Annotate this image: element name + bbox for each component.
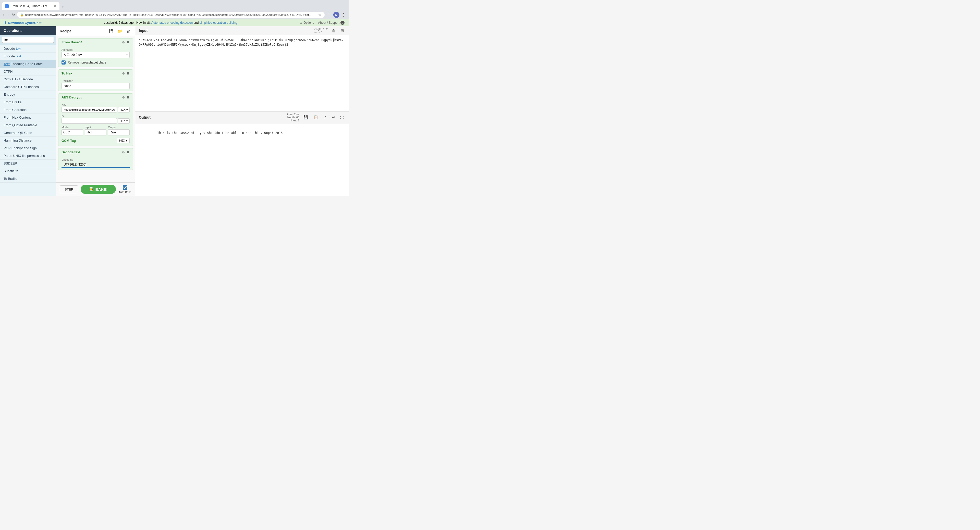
tab-favicon [5,4,9,8]
iv-label: IV [62,114,130,117]
recipe-title: Recipe [60,29,72,33]
tab-bar: From Base64, 3 more - CyberChe... ✕ + [0,0,348,10]
banner-right: ⚙ Options About / Support ? [300,21,345,25]
auto-bake-checkbox[interactable] [123,185,127,190]
mode-label: Mode [62,126,83,129]
active-tab[interactable]: From Base64, 3 more - CyberChe... ✕ [2,2,59,10]
step-decode-text-header: Decode text ⊘ ⏸ [59,148,133,156]
nav-reload-button[interactable]: ↻ [11,12,16,17]
auto-bake-wrapper: Auto Bake [118,185,131,194]
step-from-base64-pause[interactable]: ⏸ [126,40,130,44]
sidebar-item-ctph[interactable]: CTPH [0,68,56,76]
encoding-field: Encoding [62,158,130,168]
input-meta-actions: length: 192 lines: 1 🗑 ⊞ [314,27,345,34]
output-copy-button[interactable]: 📋 [312,114,319,120]
sidebar-item-compare-ctph-hashes[interactable]: Compare CTPH hashes [0,83,56,91]
sidebar-item-text-encoding-brute-force[interactable]: Text Encoding Brute Force [0,60,56,68]
recipe-load-button[interactable]: 📁 [117,28,124,34]
sidebar-item-parse-unix-permissions[interactable]: Parse UNIX file permissions [0,152,56,160]
output-meta: time: 2ms length: 68 lines: 1 [287,113,299,122]
iv-hex-badge[interactable]: HEX ▾ [118,118,130,124]
step-aes-decrypt: AES Decrypt ⊘ ⏸ Key HEX ▾ [58,94,133,146]
delimiter-input[interactable] [62,83,130,89]
sidebar-item-pgp-encrypt-sign[interactable]: PGP Encrypt and Sign [0,144,56,152]
step-from-base64-disable[interactable]: ⊘ [122,40,125,44]
profile-avatar[interactable]: M [333,12,339,18]
step-from-base64-controls: ⊘ ⏸ [122,40,130,44]
mode-input-output-row: Mode Input Output [62,126,130,135]
new-tab-button[interactable]: + [59,4,66,10]
sidebar-item-generate-qr-code[interactable]: Generate QR Code [0,129,56,137]
encoding-detection-link[interactable]: Automated encoding detection [151,21,193,24]
sidebar-item-from-braille[interactable]: From Braille [0,98,56,106]
step-decode-text-pause[interactable]: ⏸ [126,150,130,154]
bookmark-icon[interactable]: ☆ [318,13,321,17]
more-options-button[interactable]: ⋮ [340,12,347,18]
extensions-button[interactable]: ⋮ [326,12,332,17]
output-undo-button[interactable]: ↩ [331,114,336,120]
sidebar-header: Operations [0,26,56,35]
sidebar-item-encode-text[interactable]: Encode text [0,52,56,60]
encoding-label: Encoding [62,158,130,161]
operation-building-link[interactable]: simplified operation building [200,21,237,24]
banner-center: Last build: 2 days ago - New in v8: Auto… [41,21,300,24]
sidebar-item-decode-text[interactable]: Decode text [0,45,56,52]
key-hex-badge[interactable]: HEX ▾ [118,107,130,113]
sidebar-item-substitute[interactable]: Substitute [0,167,56,175]
sidebar-item-from-charcode[interactable]: From Charcode [0,106,56,114]
recipe-clear-button[interactable]: 🗑 [126,28,131,34]
step-decode-text-disable[interactable]: ⊘ [122,150,125,154]
mode-input[interactable] [62,129,83,135]
tab-close-icon[interactable]: ✕ [54,4,56,8]
nav-forward-button[interactable]: › [6,12,10,17]
sidebar-item-hamming-distance[interactable]: Hamming Distance [0,137,56,144]
output-save-button[interactable]: 💾 [302,114,309,120]
step-aes-decrypt-disable[interactable]: ⊘ [122,95,125,99]
sidebar-item-ssdeep[interactable]: SSDEEP [0,160,56,167]
output-fullscreen-button[interactable]: ⛶ [339,115,345,120]
address-bar[interactable]: 🔒 https://gchq.github.io/CyberChef/#reci… [17,12,325,18]
step-decode-text-body: Encoding [59,156,133,170]
input-switch-button[interactable]: ⊞ [340,28,345,33]
download-link[interactable]: ⬇ Download CyberChef [4,21,41,25]
step-button[interactable]: STEP [60,186,78,193]
remove-nonalpha-checkbox[interactable] [62,60,65,65]
step-from-base64-body: Alphabet A-Za-z0-9+/= ▾ Remove non-alpha… [59,46,133,67]
gcm-tag-label: GCM Tag [62,139,76,143]
step-to-hex-disable[interactable]: ⊘ [122,71,125,75]
output-field: Output [108,126,130,135]
sidebar-item-from-quoted-printable[interactable]: From Quoted Printable [0,121,56,129]
support-button[interactable]: About / Support ? [318,21,345,25]
encoding-input[interactable] [62,162,130,168]
search-input[interactable] [2,37,54,43]
gcm-hex-badge[interactable]: HEX ▾ [117,138,130,143]
nav-back-button[interactable]: ‹ [2,12,5,17]
input-input[interactable] [85,129,107,135]
iv-field: IV HEX ▾ [62,114,130,124]
remove-nonalpha-field: Remove non-alphabet chars [62,60,130,65]
output-replace-button[interactable]: ↺ [322,114,328,120]
alphabet-select[interactable]: A-Za-z0-9+/= [62,52,130,58]
step-aes-decrypt-pause[interactable]: ⏸ [126,95,130,99]
step-aes-decrypt-title: AES Decrypt [62,95,82,99]
step-to-hex-body: Delimiter [59,77,133,91]
sidebar-item-from-hex-content[interactable]: From Hex Content [0,114,56,121]
input-clear-button[interactable]: 🗑 [331,28,337,33]
input-content[interactable]: sFW0JZOU7bJICaqvmd+KAEN0o4RcpxxMLWnK7s7z… [135,35,348,111]
key-input[interactable] [62,107,117,113]
sidebar-item-entropy[interactable]: Entropy [0,91,56,98]
recipe-save-button[interactable]: 💾 [108,28,115,34]
step-to-hex-pause[interactable]: ⏸ [126,71,130,75]
output-input[interactable] [108,129,130,135]
remove-nonalpha-label: Remove non-alphabet chars [68,61,106,64]
bake-button[interactable]: 👨‍🍳 BAKE! [81,185,116,194]
input-length-meta: length: 192 lines: 1 [314,27,328,34]
app: ⬇ Download CyberChef Last build: 2 days … [0,19,348,196]
alphabet-label: Alphabet [62,48,130,51]
banner-left: ⬇ Download CyberChef [4,21,41,25]
step-aes-decrypt-body: Key HEX ▾ IV HEX ▾ [59,101,133,146]
iv-input[interactable] [62,118,117,124]
sidebar-item-citrix-ctx1-decode[interactable]: Citrix CTX1 Decode [0,76,56,83]
sidebar-item-to-braille[interactable]: To Braille [0,175,56,182]
options-button[interactable]: ⚙ Options [300,21,314,24]
